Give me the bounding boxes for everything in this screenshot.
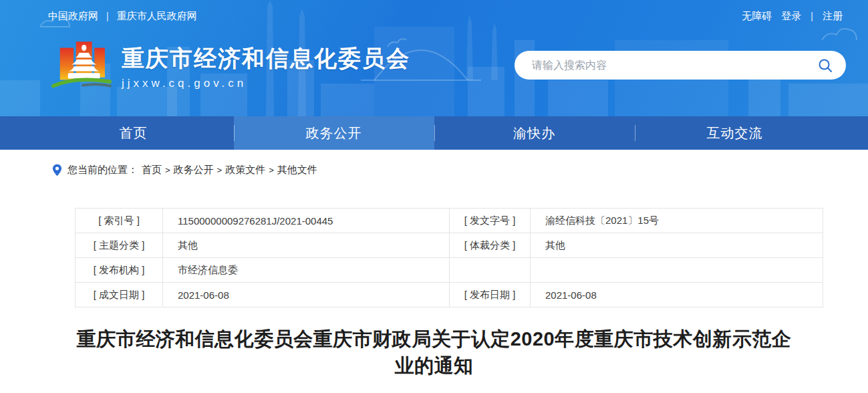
accessibility-link[interactable]: 无障碍 — [742, 10, 772, 23]
meta-value-empty — [531, 258, 823, 283]
topbar-left-links: 中国政府网 | 重庆市人民政府网 — [48, 10, 197, 23]
site-brand[interactable]: 重庆市经济和信息化委员会 jjxxw.cq.gov.cn — [51, 36, 410, 99]
meta-label-empty — [450, 258, 531, 283]
meta-label-publish-date: [ 发布日期 ] — [450, 283, 531, 307]
brand-text: 重庆市经济和信息化委员会 jjxxw.cq.gov.cn — [122, 45, 410, 90]
breadcrumb-separator: > — [217, 165, 223, 175]
breadcrumb-separator: > — [269, 165, 274, 175]
topbar: 中国政府网 | 重庆市人民政府网 无障碍 登录 | 注册 — [48, 9, 843, 23]
meta-label-index-no: [ 索引号 ] — [76, 209, 163, 233]
search-bar — [515, 51, 846, 80]
nav-tab-interaction[interactable]: 互动交流 — [635, 116, 835, 150]
meta-value-publish-date: 2021-06-08 — [531, 283, 823, 307]
meta-label-topic-class: [ 主题分类 ] — [76, 233, 163, 258]
site-url: jjxxw.cq.gov.cn — [122, 77, 410, 90]
nav-tab-gov-disclosure[interactable]: 政务公开 — [234, 116, 434, 150]
topbar-right-links: 无障碍 登录 | 注册 — [742, 10, 843, 23]
topbar-divider: | — [811, 11, 813, 21]
register-link[interactable]: 注册 — [823, 10, 843, 23]
meta-value-index-no: 11500000009276281J/2021-00445 — [163, 209, 450, 233]
meta-label-publisher: [ 发布机构 ] — [76, 258, 163, 283]
search-button[interactable] — [815, 55, 835, 76]
meta-value-publisher: 市经济信息委 — [163, 258, 450, 283]
main-nav-inner: 首页 政务公开 渝快办 互动交流 — [33, 116, 835, 150]
breadcrumb-item-home[interactable]: 首页 — [142, 164, 162, 176]
breadcrumb-item-policy-docs[interactable]: 政策文件 — [225, 164, 265, 176]
document-title: 重庆市经济和信息化委员会重庆市财政局关于认定2020年度重庆市技术创新示范企业的… — [70, 325, 799, 379]
table-row: [ 成文日期 ] 2021-06-08 [ 发布日期 ] 2021-06-08 — [76, 283, 823, 307]
nav-tab-yukuaiban[interactable]: 渝快办 — [434, 116, 635, 150]
breadcrumb-item-other-docs[interactable]: 其他文件 — [277, 164, 317, 176]
search-input[interactable] — [532, 59, 815, 72]
meta-value-topic-class: 其他 — [163, 233, 450, 258]
table-row: [ 发布机构 ] 市经济信息委 — [76, 258, 823, 283]
meta-value-written-date: 2021-06-08 — [163, 283, 450, 307]
site-header: 中国政府网 | 重庆市人民政府网 无障碍 登录 | 注册 — [0, 0, 868, 116]
table-row: [ 索引号 ] 11500000009276281J/2021-00445 [ … — [76, 209, 823, 233]
topbar-divider: | — [106, 11, 109, 21]
link-cq-gov[interactable]: 重庆市人民政府网 — [117, 10, 197, 23]
breadcrumb-item-disclosure[interactable]: 政务公开 — [174, 164, 214, 176]
meta-value-genre-class: 其他 — [531, 233, 823, 258]
link-china-gov[interactable]: 中国政府网 — [48, 10, 98, 23]
breadcrumb-label: 您当前的位置： — [67, 164, 138, 176]
meta-label-written-date: [ 成文日期 ] — [76, 283, 163, 307]
meta-label-genre-class: [ 体裁分类 ] — [450, 233, 531, 258]
main-nav: 首页 政务公开 渝快办 互动交流 — [0, 116, 868, 150]
breadcrumb-separator: > — [165, 165, 170, 175]
search-icon — [817, 57, 833, 74]
table-row: [ 主题分类 ] 其他 [ 体裁分类 ] 其他 — [76, 233, 823, 258]
site-name: 重庆市经济和信息化委员会 — [122, 45, 410, 72]
location-pin-icon — [52, 164, 62, 176]
login-link[interactable]: 登录 — [781, 10, 801, 23]
meta-value-doc-no: 渝经信科技〔2021〕15号 — [531, 209, 823, 233]
page: 中国政府网 | 重庆市人民政府网 无障碍 登录 | 注册 — [0, 0, 868, 393]
breadcrumb: 您当前的位置： 首页 > 政务公开 > 政策文件 > 其他文件 — [33, 162, 835, 177]
nav-tab-home[interactable]: 首页 — [33, 116, 234, 150]
meta-label-doc-no: [ 发文字号 ] — [450, 209, 531, 233]
document-meta-table: [ 索引号 ] 11500000009276281J/2021-00445 [ … — [75, 208, 823, 307]
site-logo-icon — [51, 36, 112, 99]
